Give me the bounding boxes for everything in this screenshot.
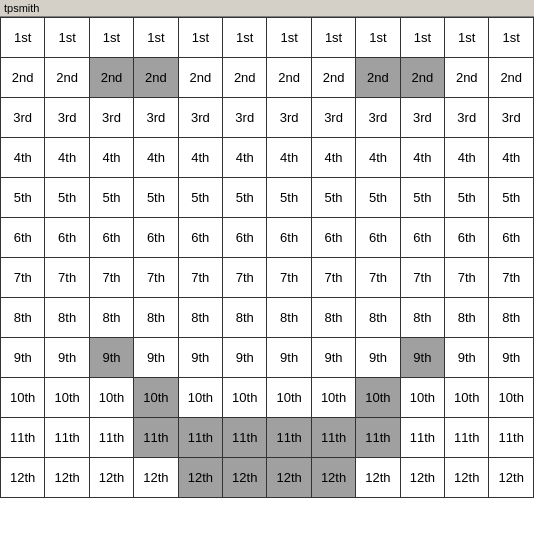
table-row: 1st1st1st1st1st1st1st1st1st1st1st1st: [1, 18, 534, 58]
grid-cell: 10th: [134, 378, 178, 418]
grid-cell: 5th: [134, 178, 178, 218]
table-row: 5th5th5th5th5th5th5th5th5th5th5th5th: [1, 178, 534, 218]
grid-cell: 1st: [89, 18, 133, 58]
table-row: 9th9th9th9th9th9th9th9th9th9th9th9th: [1, 338, 534, 378]
grid-cell: 8th: [489, 298, 534, 338]
grid-cell: 12th: [223, 458, 267, 498]
grid-cell: 10th: [489, 378, 534, 418]
grid-cell: 11th: [445, 418, 489, 458]
grid-cell: 2nd: [89, 58, 133, 98]
table-row: 10th10th10th10th10th10th10th10th10th10th…: [1, 378, 534, 418]
grid-cell: 1st: [267, 18, 311, 58]
grid-cell: 3rd: [223, 98, 267, 138]
grid-cell: 7th: [445, 258, 489, 298]
grid-cell: 12th: [89, 458, 133, 498]
grid-cell: 11th: [89, 418, 133, 458]
table-row: 4th4th4th4th4th4th4th4th4th4th4th4th: [1, 138, 534, 178]
grid-cell: 11th: [223, 418, 267, 458]
title-bar: tpsmith: [0, 0, 534, 17]
grid-cell: 9th: [489, 338, 534, 378]
grid-cell: 7th: [489, 258, 534, 298]
grid-cell: 4th: [134, 138, 178, 178]
grid-cell: 11th: [356, 418, 400, 458]
grid-cell: 2nd: [134, 58, 178, 98]
grid-cell: 8th: [134, 298, 178, 338]
grid-cell: 4th: [311, 138, 355, 178]
grid-cell: 10th: [311, 378, 355, 418]
grid-cell: 8th: [400, 298, 444, 338]
grid-cell: 11th: [178, 418, 222, 458]
grid-cell: 4th: [89, 138, 133, 178]
grid-cell: 7th: [134, 258, 178, 298]
grid-cell: 11th: [311, 418, 355, 458]
grid-cell: 11th: [400, 418, 444, 458]
table-row: 11th11th11th11th11th11th11th11th11th11th…: [1, 418, 534, 458]
grid-cell: 9th: [45, 338, 89, 378]
grid-cell: 7th: [45, 258, 89, 298]
table-row: 12th12th12th12th12th12th12th12th12th12th…: [1, 458, 534, 498]
grid-cell: 5th: [400, 178, 444, 218]
grid-cell: 6th: [45, 218, 89, 258]
grid-cell: 4th: [178, 138, 222, 178]
grid-cell: 3rd: [89, 98, 133, 138]
grid-cell: 9th: [134, 338, 178, 378]
grid-container: 1st1st1st1st1st1st1st1st1st1st1st1st2nd2…: [0, 17, 534, 498]
grid-cell: 5th: [89, 178, 133, 218]
grid-cell: 8th: [45, 298, 89, 338]
grid-cell: 6th: [311, 218, 355, 258]
grid-cell: 1st: [45, 18, 89, 58]
grid-cell: 10th: [45, 378, 89, 418]
grid-cell: 8th: [89, 298, 133, 338]
grid-cell: 2nd: [445, 58, 489, 98]
grid-cell: 2nd: [45, 58, 89, 98]
app-title: tpsmith: [4, 2, 39, 14]
grid-cell: 9th: [178, 338, 222, 378]
grid-cell: 6th: [1, 218, 45, 258]
grid-cell: 11th: [267, 418, 311, 458]
grid-cell: 4th: [445, 138, 489, 178]
table-row: 2nd2nd2nd2nd2nd2nd2nd2nd2nd2nd2nd2nd: [1, 58, 534, 98]
grid-cell: 3rd: [45, 98, 89, 138]
grid-cell: 12th: [445, 458, 489, 498]
grid-cell: 1st: [311, 18, 355, 58]
grid-cell: 8th: [311, 298, 355, 338]
grid-cell: 1st: [489, 18, 534, 58]
ordinal-grid: 1st1st1st1st1st1st1st1st1st1st1st1st2nd2…: [0, 17, 534, 498]
grid-cell: 2nd: [356, 58, 400, 98]
grid-cell: 10th: [400, 378, 444, 418]
grid-cell: 2nd: [223, 58, 267, 98]
grid-cell: 10th: [445, 378, 489, 418]
grid-cell: 12th: [267, 458, 311, 498]
grid-cell: 3rd: [134, 98, 178, 138]
grid-cell: 8th: [267, 298, 311, 338]
grid-cell: 12th: [45, 458, 89, 498]
grid-cell: 5th: [445, 178, 489, 218]
grid-cell: 1st: [178, 18, 222, 58]
grid-cell: 6th: [267, 218, 311, 258]
grid-cell: 9th: [311, 338, 355, 378]
grid-cell: 2nd: [489, 58, 534, 98]
grid-cell: 5th: [267, 178, 311, 218]
grid-cell: 2nd: [178, 58, 222, 98]
grid-cell: 4th: [1, 138, 45, 178]
grid-cell: 8th: [223, 298, 267, 338]
grid-cell: 7th: [1, 258, 45, 298]
grid-cell: 8th: [1, 298, 45, 338]
grid-cell: 7th: [267, 258, 311, 298]
grid-cell: 9th: [267, 338, 311, 378]
grid-cell: 5th: [489, 178, 534, 218]
grid-cell: 1st: [356, 18, 400, 58]
grid-cell: 5th: [356, 178, 400, 218]
grid-cell: 9th: [445, 338, 489, 378]
grid-cell: 6th: [356, 218, 400, 258]
grid-cell: 2nd: [267, 58, 311, 98]
grid-cell: 3rd: [267, 98, 311, 138]
grid-cell: 9th: [400, 338, 444, 378]
grid-cell: 5th: [1, 178, 45, 218]
grid-cell: 1st: [223, 18, 267, 58]
grid-cell: 6th: [489, 218, 534, 258]
grid-cell: 7th: [311, 258, 355, 298]
grid-cell: 1st: [134, 18, 178, 58]
grid-cell: 4th: [45, 138, 89, 178]
grid-cell: 9th: [223, 338, 267, 378]
